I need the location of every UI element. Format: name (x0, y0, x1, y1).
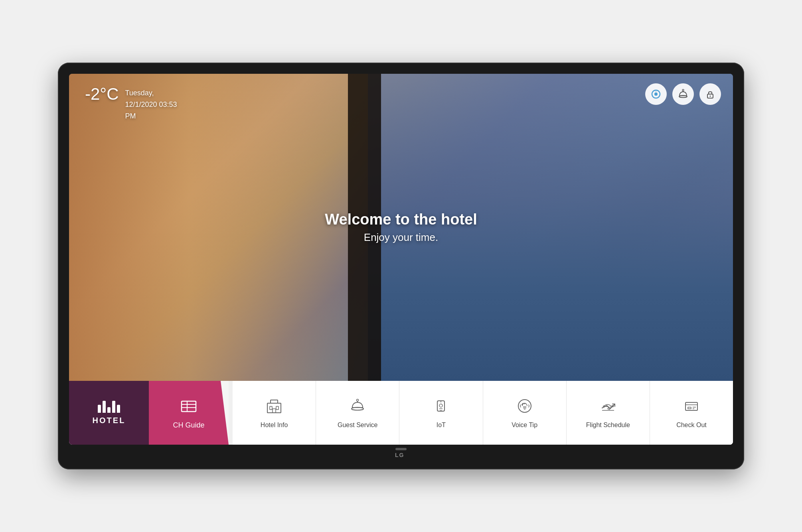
lock-button[interactable] (699, 83, 721, 105)
svg-rect-12 (271, 400, 278, 403)
svg-text:LG: LG (395, 452, 404, 458)
bar1 (98, 405, 101, 413)
building-icon (265, 397, 283, 417)
bar4 (112, 401, 115, 413)
nav-bar: HOTEL CH Guide (69, 381, 733, 445)
lg-logo: LG (395, 452, 407, 458)
day-label: Tuesday, (125, 87, 177, 99)
bar3 (107, 407, 111, 413)
check-out-label: Check Out (676, 422, 707, 429)
svg-point-22 (439, 404, 442, 407)
temperature-display: -2°C (85, 86, 119, 102)
svg-point-19 (357, 399, 359, 401)
svg-rect-31 (685, 402, 697, 410)
svg-rect-14 (276, 406, 279, 410)
voice-tip-button[interactable]: Voice Tip (483, 381, 567, 445)
bar2 (103, 401, 106, 413)
svg-rect-33 (688, 407, 691, 409)
guest-service-button[interactable]: Guest Service (316, 381, 399, 445)
svg-point-4 (682, 89, 684, 91)
ch-guide-icon (179, 396, 198, 417)
top-left-info: -2°C Tuesday, 12/1/2020 03:53 PM (85, 86, 177, 122)
bar5 (117, 405, 120, 413)
hotel-logo-section: HOTEL (69, 381, 149, 445)
alexa-icon (650, 89, 662, 100)
hotel-info-button[interactable]: Hotel Info (233, 381, 316, 445)
tv-brand-label: LG (395, 452, 407, 458)
period-label: PM (125, 110, 177, 122)
service-icon (348, 397, 367, 417)
checkout-icon (682, 397, 701, 417)
lock-icon (705, 89, 716, 100)
svg-rect-13 (270, 406, 272, 410)
flight-schedule-label: Flight Schedule (586, 422, 630, 429)
date-time-label: 12/1/2020 03:53 (125, 99, 177, 110)
svg-rect-11 (267, 403, 281, 413)
svg-rect-24 (440, 410, 442, 411)
clean-button[interactable] (672, 83, 694, 105)
flight-icon (599, 397, 617, 417)
nav-items: Hotel Info Guest Service (229, 381, 733, 445)
iot-icon (432, 397, 450, 417)
svg-rect-7 (182, 401, 196, 412)
tv-bottom-bezel: LG (395, 447, 407, 458)
flight-schedule-button[interactable]: Flight Schedule (567, 381, 650, 445)
iot-label: IoT (437, 422, 446, 429)
iot-button[interactable]: IoT (399, 381, 483, 445)
guest-service-label: Guest Service (338, 422, 377, 429)
ch-guide-label: CH Guide (173, 421, 204, 430)
svg-point-6 (710, 96, 711, 97)
tv-screen: -2°C Tuesday, 12/1/2020 03:53 PM (69, 74, 733, 445)
welcome-subtitle: Enjoy your time. (325, 231, 477, 244)
voice-icon (516, 397, 534, 417)
voice-tip-label: Voice Tip (512, 422, 537, 429)
hotel-label: HOTEL (93, 416, 126, 425)
datetime-display: Tuesday, 12/1/2020 03:53 PM (125, 86, 177, 122)
tv-indicator-light (395, 448, 407, 450)
svg-rect-16 (273, 409, 276, 413)
tv-outer: -2°C Tuesday, 12/1/2020 03:53 PM (58, 63, 744, 469)
top-right-icons (645, 83, 721, 105)
clean-icon (678, 89, 689, 100)
check-out-button[interactable]: Check Out (650, 381, 733, 445)
welcome-text: Welcome to the hotel Enjoy your time. (325, 211, 477, 244)
hotel-info-label: Hotel Info (261, 422, 288, 429)
hotel-bars-icon (98, 401, 120, 413)
welcome-title: Welcome to the hotel (325, 211, 477, 228)
ch-guide-button[interactable]: CH Guide (149, 381, 229, 445)
svg-point-1 (654, 93, 658, 96)
alexa-button[interactable] (645, 83, 667, 105)
